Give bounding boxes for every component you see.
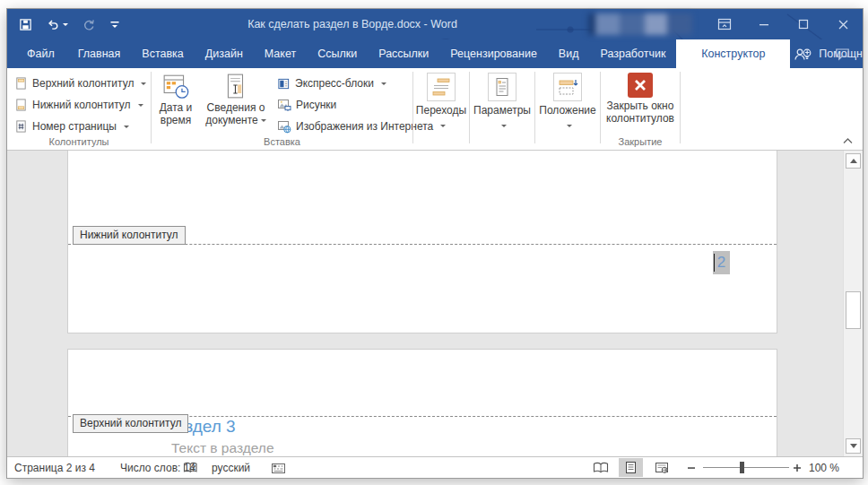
text-cursor — [714, 254, 715, 272]
chevron-up-icon — [843, 138, 853, 144]
group-label: Колонтитулы — [7, 136, 151, 147]
footer-button[interactable]: Нижний колонтитул — [11, 95, 147, 115]
word-window: Как сделать раздел в Ворде.docx - Word — [7, 9, 863, 478]
undo-button[interactable] — [43, 13, 71, 35]
document-info-button[interactable]: Сведения о документе — [200, 70, 272, 145]
tab-home[interactable]: Главная — [67, 39, 132, 68]
group-label: Вставка — [152, 136, 412, 147]
tab-references[interactable]: Ссылки — [307, 39, 368, 68]
position-icon — [553, 73, 582, 101]
page-number-icon — [14, 119, 28, 134]
minimize-button[interactable] — [744, 9, 784, 39]
header-button[interactable]: Верхний колонтитул — [11, 74, 150, 93]
page-number-field[interactable]: 2 — [713, 251, 730, 274]
macro-record-button[interactable] — [271, 457, 286, 478]
position-button[interactable]: Положение — [535, 70, 600, 132]
zoom-slider[interactable] — [703, 467, 789, 468]
maximize-icon — [798, 19, 809, 30]
tab-file[interactable]: Файл — [14, 39, 67, 68]
comment-icon — [835, 48, 850, 61]
dropdown-arrow-icon — [440, 125, 446, 127]
quick-access-toolbar — [16, 9, 123, 39]
quick-parts-button[interactable]: Экспресс-блоки — [273, 74, 390, 93]
share-person-icon — [793, 47, 811, 62]
zoom-out-button[interactable] — [687, 457, 696, 478]
footer-tag: Нижний колонтитул — [73, 226, 186, 245]
navigation-icon — [427, 73, 456, 101]
minus-icon — [687, 463, 696, 472]
navigation-button[interactable]: Переходы — [413, 70, 469, 132]
tab-header-footer-design[interactable]: Конструктор — [676, 39, 790, 68]
tab-view[interactable]: Вид — [548, 39, 590, 68]
zoom-slider-thumb[interactable] — [740, 462, 744, 473]
language-indicator[interactable]: русский — [212, 457, 250, 478]
ribbon-display-options-button[interactable] — [705, 9, 744, 39]
tab-review[interactable]: Рецензирование — [439, 39, 548, 68]
collapse-ribbon-button[interactable] — [839, 134, 855, 147]
share-button[interactable] — [793, 39, 811, 68]
group-separator — [680, 72, 681, 143]
document-info-icon — [223, 73, 248, 100]
section-body-text[interactable]: Текст в разделе — [171, 440, 274, 456]
header-button-label: Верхний колонтитул — [32, 77, 134, 90]
group-header-footer: Верхний колонтитул Нижний колонтитул Ном… — [7, 68, 151, 150]
window-title: Как сделать раздел в Ворде.docx - Word — [187, 9, 518, 39]
print-layout-button[interactable] — [619, 458, 643, 477]
tab-developer[interactable]: Разработчик — [589, 39, 676, 68]
print-layout-icon — [625, 461, 637, 474]
close-header-footer-button[interactable]: Закрыть окно колонтитулов — [603, 70, 678, 125]
options-icon — [488, 73, 516, 101]
maximize-button[interactable] — [784, 9, 823, 39]
save-icon — [19, 18, 32, 31]
group-close: Закрыть окно колонтитулов Закрытие — [601, 68, 680, 150]
ribbon-tab-bar: Файл Главная Вставка Дизайн Макет Ссылки… — [7, 39, 863, 68]
group-insert: Дата и время Сведения о документе — [152, 68, 412, 150]
tab-mailings[interactable]: Рассылки — [368, 39, 439, 68]
options-button[interactable]: Параметры — [470, 70, 534, 132]
comments-button[interactable] — [835, 39, 850, 68]
read-mode-button[interactable] — [588, 458, 612, 477]
undo-icon — [46, 18, 60, 31]
zoom-level[interactable]: 100 % — [809, 457, 839, 478]
minimize-icon — [759, 19, 769, 30]
scroll-down-button[interactable] — [846, 438, 861, 454]
redo-icon — [82, 18, 96, 31]
save-button[interactable] — [16, 13, 35, 35]
tab-layout[interactable]: Макет — [254, 39, 307, 68]
customize-qat-button[interactable] — [107, 13, 123, 35]
date-time-label: Дата и время — [153, 101, 198, 126]
footer-button-label: Нижний колонтитул — [32, 99, 131, 111]
customize-qat-icon — [109, 18, 120, 30]
calendar-clock-icon — [162, 73, 189, 100]
pictures-icon — [277, 98, 291, 112]
proofing-status-button[interactable] — [183, 457, 198, 478]
page-number-value: 2 — [717, 254, 725, 271]
tab-insert[interactable]: Вставка — [131, 39, 194, 68]
close-window-button[interactable] — [823, 9, 863, 39]
dropdown-arrow-icon — [261, 119, 266, 122]
document-area: Нижний колонтитул 2 Верхний колонтитул Р… — [7, 151, 863, 456]
tab-design[interactable]: Дизайн — [195, 39, 254, 68]
pictures-button[interactable]: Рисунки — [273, 95, 340, 115]
triangle-down-icon — [850, 444, 857, 448]
triangle-up-icon — [850, 159, 857, 163]
ribbon-display-options-icon — [717, 18, 732, 30]
group-navigation: Переходы — [413, 68, 469, 150]
options-label: Параметры — [470, 104, 534, 117]
zoom-in-button[interactable] — [793, 457, 802, 478]
vertical-scrollbar[interactable] — [843, 151, 863, 456]
dropdown-arrow-icon — [63, 23, 68, 26]
quick-parts-icon — [277, 77, 291, 91]
redo-button[interactable] — [79, 13, 99, 35]
page-indicator[interactable]: Страница 2 из 4 — [14, 457, 95, 478]
scroll-up-button[interactable] — [846, 153, 861, 169]
web-layout-button[interactable] — [649, 458, 673, 477]
dropdown-arrow-icon — [501, 125, 507, 127]
date-time-button[interactable]: Дата и время — [153, 70, 198, 145]
ribbon: Верхний колонтитул Нижний колонтитул Ном… — [7, 68, 863, 151]
titlebar: Как сделать раздел в Ворде.docx - Word — [7, 9, 863, 39]
pictures-label: Рисунки — [296, 99, 336, 111]
page-number-button[interactable]: Номер страницы — [11, 117, 133, 136]
scrollbar-thumb[interactable] — [846, 291, 861, 329]
navigation-glyph — [430, 76, 452, 98]
